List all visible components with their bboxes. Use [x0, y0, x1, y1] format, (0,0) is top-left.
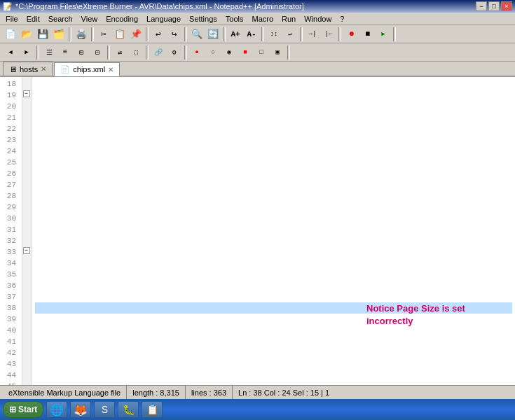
separator-3	[146, 27, 149, 41]
minimize-button[interactable]: −	[476, 1, 487, 11]
line-number: 35	[0, 269, 19, 280]
tb2-btn10[interactable]: ○	[205, 45, 221, 60]
taskbar-app-misc[interactable]: 📋	[142, 401, 163, 418]
maximize-button[interactable]: □	[488, 1, 500, 11]
fold-open-icon[interactable]: −	[23, 90, 30, 97]
prev-file-button[interactable]: ◀	[3, 45, 18, 60]
status-lines: lines : 363	[186, 386, 233, 399]
replace-button[interactable]: 🔄	[205, 27, 221, 42]
indent-button[interactable]: →|	[305, 27, 320, 42]
line-number: 23	[0, 134, 19, 146]
menu-encoding[interactable]: Encoding	[102, 14, 142, 24]
fold-gutter-cell	[22, 223, 32, 234]
next-file-button[interactable]: ▶	[19, 45, 34, 60]
menu-macro[interactable]: Macro	[247, 14, 277, 24]
find-button[interactable]: 🔍	[189, 27, 205, 42]
code-line	[35, 179, 512, 190]
tb2-btn1[interactable]: ☰	[41, 45, 57, 60]
macro-stop-button[interactable]: ⏹	[359, 27, 375, 42]
tb2-btn9[interactable]: ●	[189, 45, 205, 60]
line-number: 37	[0, 291, 19, 302]
tb2-btn11[interactable]: ◉	[221, 45, 237, 60]
taskbar-app-skype[interactable]: S	[94, 401, 115, 418]
tab-chips-close[interactable]: ✕	[108, 66, 114, 74]
code-area[interactable]	[32, 77, 515, 385]
fold-gutter-cell	[22, 323, 32, 335]
menu-file[interactable]: File	[1, 14, 22, 24]
macro-play-button[interactable]: ▶	[376, 27, 391, 42]
tb2-btn7[interactable]: 🔗	[151, 45, 166, 60]
status-filetype: eXtensible Markup Language file	[3, 386, 127, 399]
line-number: 36	[0, 280, 19, 291]
fold-gutter-cell	[22, 346, 32, 357]
start-button[interactable]: ⊞ Start	[3, 401, 43, 418]
code-line	[35, 358, 512, 370]
save-button[interactable]: 💾	[35, 27, 50, 42]
tb2-btn8[interactable]: ⚙	[167, 45, 182, 60]
tabs-bar: 🖥 hosts ✕ 📄 chips.xml ✕	[0, 62, 515, 77]
taskbar-app-ie[interactable]: 🌐	[46, 401, 67, 418]
toolbar-2: ◀ ▶ ☰ ≡ ⊞ ⊟ ⇄ ⬚ 🔗 ⚙ ● ○ ◉ ■ □ ▣	[0, 43, 515, 62]
separator-2	[91, 27, 94, 41]
code-line	[35, 112, 512, 123]
copy-button[interactable]: 📋	[112, 27, 128, 42]
cut-button[interactable]: ✂️	[96, 27, 111, 42]
menu-edit[interactable]: Edit	[22, 14, 44, 24]
menu-settings[interactable]: Settings	[185, 14, 221, 24]
taskbar-app-bug[interactable]: 🐛	[118, 401, 139, 418]
tb2-btn4[interactable]: ⊟	[90, 45, 105, 60]
unindent-button[interactable]: |←	[321, 27, 336, 42]
line-number: 33	[0, 246, 19, 258]
editor-container: 1819202122232425262728293031323334353637…	[0, 77, 515, 385]
menu-language[interactable]: Language	[142, 14, 185, 24]
tab-chips-xml[interactable]: 📄 chips.xml ✕	[54, 62, 120, 76]
menu-search[interactable]: Search	[44, 14, 77, 24]
close-button[interactable]: ×	[501, 1, 512, 11]
open-button[interactable]: 📂	[19, 27, 34, 42]
separator-9	[393, 27, 396, 41]
tb2-btn13[interactable]: □	[254, 45, 269, 60]
redo-button[interactable]: ↪	[167, 27, 182, 42]
separator-4	[184, 27, 187, 41]
separator-1	[69, 27, 71, 41]
fold-open-icon[interactable]: −	[23, 247, 30, 254]
tab-hosts-close[interactable]: ✕	[41, 65, 46, 73]
title-bar-buttons: − □ ×	[476, 1, 512, 11]
menu-window[interactable]: Window	[300, 14, 336, 24]
undo-button[interactable]: ↩	[151, 27, 166, 42]
tb2-btn3[interactable]: ⊞	[74, 45, 89, 60]
code-line	[35, 336, 512, 347]
taskbar-app-firefox[interactable]: 🦊	[70, 401, 91, 418]
code-line	[35, 325, 512, 336]
print-button[interactable]: 🖨️	[74, 27, 89, 42]
code-line	[35, 90, 512, 101]
fold-gutter-cell	[22, 155, 32, 167]
line-number: 19	[0, 90, 19, 101]
tb2-btn14[interactable]: ▣	[270, 45, 285, 60]
wordwrap-button[interactable]: ↵	[282, 27, 298, 42]
tb2-btn5[interactable]: ⇄	[112, 45, 128, 60]
new-button[interactable]: 📄	[3, 27, 18, 42]
menu-view[interactable]: View	[77, 14, 102, 24]
menu-tools[interactable]: Tools	[221, 14, 248, 24]
tb2-btn2[interactable]: ≡	[57, 45, 73, 60]
fold-gutter-cell	[22, 234, 32, 245]
title-bar-text: *C:\Program Files\eXtreme Burner - AVR\D…	[15, 2, 476, 10]
zoom-in-button[interactable]: A+	[228, 27, 243, 42]
zoom-out-button[interactable]: A-	[244, 27, 259, 42]
code-line	[35, 134, 512, 146]
save-all-button[interactable]: 🗂️	[51, 27, 67, 42]
fold-gutter-cell	[22, 290, 32, 301]
fold-gutter-cell	[22, 335, 32, 346]
tb2-btn6[interactable]: ⬚	[128, 45, 144, 60]
line-number: 40	[0, 325, 19, 336]
paste-button[interactable]: 📌	[128, 27, 144, 42]
macro-record-button[interactable]: ⏺	[343, 27, 359, 42]
menu-run[interactable]: Run	[277, 14, 300, 24]
tab-chips-label: chips.xml	[73, 65, 105, 74]
tb2-btn12[interactable]: ■	[238, 45, 253, 60]
sync-scroll-button[interactable]: ↕↕	[266, 27, 282, 42]
code-line	[35, 258, 512, 269]
tab-hosts[interactable]: 🖥 hosts ✕	[3, 62, 53, 76]
menu-help[interactable]: ?	[336, 14, 348, 24]
